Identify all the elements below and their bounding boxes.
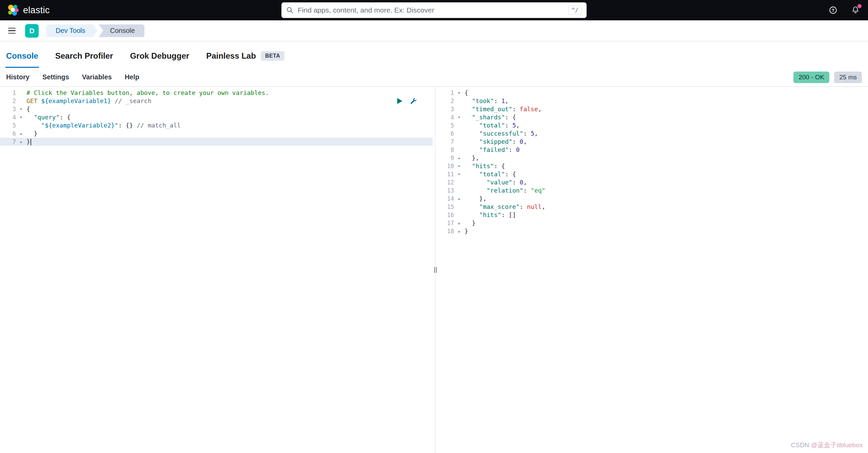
fold-open-icon[interactable]: ▾ [455, 113, 463, 121]
notification-dot [857, 4, 862, 8]
code-text: "failed": 0 [463, 146, 520, 154]
code-text: "total": { [463, 170, 516, 178]
menu-settings[interactable]: Settings [42, 73, 69, 81]
code-text: "_shards": { [463, 113, 516, 121]
breadcrumb: Dev ToolsConsole [46, 24, 144, 37]
line-number: 7 [0, 138, 17, 146]
line-number: 14 [438, 195, 455, 203]
breadcrumb-dev-tools[interactable]: Dev Tools [46, 24, 97, 37]
fold-close-icon[interactable]: ▴ [455, 154, 463, 162]
line-number: 5 [0, 121, 17, 130]
question-circle-icon: ? [829, 6, 837, 15]
fold-close-icon[interactable]: ▴ [455, 195, 463, 203]
fold-spacer [455, 121, 463, 130]
console-main: 1# Click the Variables button, above, to… [0, 87, 868, 453]
code-text: "hits": [] [463, 211, 516, 219]
response-output[interactable]: 1▾{2 "took": 1,3 "timed_out": false,4▾ "… [438, 87, 868, 453]
line-number: 9 [438, 154, 455, 162]
watermark-prefix: CSDN [791, 441, 811, 449]
code-text: "value": 0, [463, 178, 527, 186]
pane-resize-handle[interactable] [433, 87, 438, 453]
line-number: 1 [0, 89, 17, 97]
line-number: 7 [438, 138, 455, 146]
code-text: GET ${exampleVariable1} // _search [25, 97, 151, 105]
fold-open-icon[interactable]: ▾ [455, 162, 463, 170]
code-text: "query": { [25, 113, 71, 121]
line-number: 11 [438, 170, 455, 178]
line-number: 16 [438, 211, 455, 219]
status-badge: 200 - OK [793, 72, 829, 83]
request-editor[interactable]: 1# Click the Variables button, above, to… [0, 87, 433, 453]
wrench-icon [410, 97, 417, 105]
elastic-logo[interactable]: elastic [7, 4, 50, 16]
code-line-15: 15 "max_score": null, [438, 203, 868, 211]
fold-spacer [17, 97, 25, 105]
fold-close-icon[interactable]: ▴ [17, 138, 25, 146]
line-number: 13 [438, 186, 455, 195]
search-input[interactable] [297, 6, 565, 15]
code-line-14: 14▴ }, [438, 195, 868, 203]
code-line-1: 1▾{ [438, 89, 868, 97]
breadcrumb-console[interactable]: Console [98, 24, 144, 37]
global-header: elastic ^/ ? [0, 0, 868, 20]
tab-label: Console [6, 51, 38, 61]
tab-painless-lab[interactable]: Painless LabBETA [205, 45, 285, 68]
help-button[interactable]: ? [828, 5, 838, 15]
line-number: 10 [438, 162, 455, 170]
space-avatar[interactable]: D [25, 24, 39, 38]
watermark: CSDN @蓝盒子itbluebox [791, 441, 863, 450]
request-options-button[interactable] [410, 97, 418, 105]
fold-spacer [455, 178, 463, 186]
code-text: }, [463, 195, 487, 203]
code-text: } [463, 227, 468, 235]
code-line-7[interactable]: 7▴} [0, 138, 433, 146]
line-number: 2 [438, 97, 455, 105]
code-line-4[interactable]: 4▾ "query": { [0, 113, 433, 121]
fold-spacer [455, 105, 463, 113]
fold-open-icon[interactable]: ▾ [455, 89, 463, 97]
console-toolbar: HistorySettingsVariablesHelp 200 - OK 25… [0, 68, 868, 87]
watermark-handle: @蓝盒子itbluebox [811, 441, 863, 449]
fold-open-icon[interactable]: ▾ [455, 170, 463, 178]
code-line-2[interactable]: 2GET ${exampleVariable1} // _search [0, 97, 433, 105]
tab-grok-debugger[interactable]: Grok Debugger [129, 45, 190, 68]
code-line-6: 6 "successful": 5, [438, 130, 868, 138]
elastic-logo-mark [7, 4, 19, 16]
line-number: 5 [438, 121, 455, 130]
tab-console[interactable]: Console [5, 45, 39, 68]
fold-spacer [17, 89, 25, 97]
fold-close-icon[interactable]: ▴ [17, 130, 25, 138]
send-request-button[interactable] [395, 97, 403, 105]
code-text: "max_score": null, [463, 203, 545, 211]
fold-spacer [455, 211, 463, 219]
line-number: 2 [0, 97, 17, 105]
line-number: 6 [0, 130, 17, 138]
code-line-5[interactable]: 5 "${exampleVariable2}": {} // match_all [0, 121, 433, 130]
menu-history[interactable]: History [6, 73, 29, 81]
menu-variables[interactable]: Variables [82, 73, 112, 81]
code-text: "timed_out": false, [463, 105, 542, 113]
fold-open-icon[interactable]: ▾ [17, 105, 25, 113]
global-search[interactable]: ^/ [281, 2, 587, 18]
code-line-1[interactable]: 1# Click the Variables button, above, to… [0, 89, 433, 97]
notifications-button[interactable] [850, 5, 861, 15]
menu-help[interactable]: Help [125, 73, 139, 81]
code-text: "total": 5, [463, 121, 520, 130]
line-number: 8 [438, 146, 455, 154]
fold-close-icon[interactable]: ▴ [455, 227, 463, 235]
code-text: } [25, 130, 38, 138]
code-text: # Click the Variables button, above, to … [25, 89, 269, 97]
line-number: 6 [438, 130, 455, 138]
line-number: 4 [0, 113, 17, 121]
fold-spacer [455, 203, 463, 211]
fold-spacer [455, 138, 463, 146]
tab-label: Search Profiler [55, 51, 113, 61]
fold-close-icon[interactable]: ▴ [455, 219, 463, 227]
code-line-9: 9▴ }, [438, 154, 868, 162]
tab-search-profiler[interactable]: Search Profiler [55, 45, 114, 68]
code-line-3[interactable]: 3▾{ [0, 105, 433, 113]
code-text: { [25, 105, 30, 113]
menu-button[interactable] [5, 24, 19, 38]
fold-open-icon[interactable]: ▾ [17, 113, 25, 121]
code-line-6[interactable]: 6▴ } [0, 130, 433, 138]
